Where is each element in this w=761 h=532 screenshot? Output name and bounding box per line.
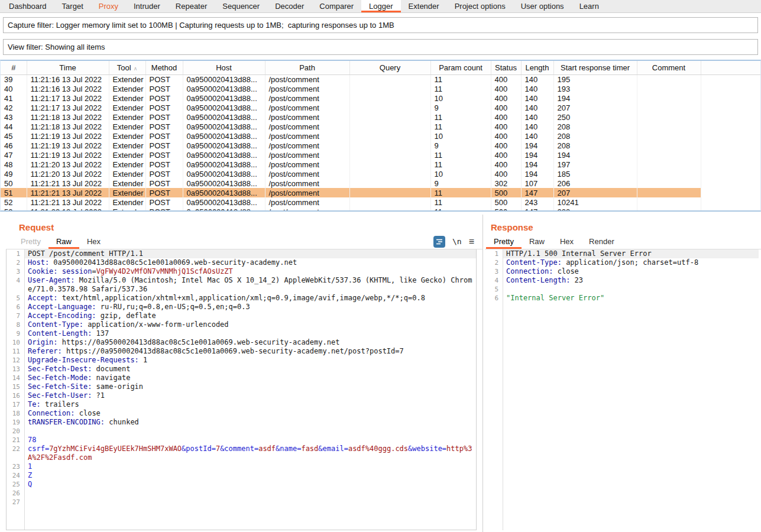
cell-length: 140	[521, 84, 553, 93]
line-number: 11	[7, 347, 24, 356]
cell-param_count: 11	[430, 188, 491, 197]
column-header-query[interactable]: Query	[349, 61, 430, 74]
cell-status: 400	[491, 131, 521, 141]
column-header-method[interactable]: Method	[145, 61, 183, 74]
cell-host: 0a9500020413d88...	[183, 103, 265, 112]
newline-visibility-toggle-icon[interactable]: \n	[452, 237, 462, 246]
cell-start_response_timer: 197	[553, 160, 637, 169]
column-header-host[interactable]: Host	[183, 61, 265, 74]
cell-query	[349, 197, 430, 207]
table-row-47[interactable]: 4711:21:19 13 Jul 2022ExtenderPOST0a9500…	[1, 150, 760, 160]
cell-tool: Extender	[109, 84, 145, 93]
tab-sequencer[interactable]: Sequencer	[215, 0, 267, 12]
tab-target[interactable]: Target	[54, 0, 91, 12]
table-row-39[interactable]: 3911:21:16 13 Jul 2022ExtenderPOST0a9500…	[1, 74, 760, 84]
tab-logger[interactable]: Logger	[361, 0, 400, 12]
cell-host: 0a9500020413d88...	[183, 131, 265, 141]
column-header--[interactable]: #	[1, 61, 27, 74]
capture-filter-text: Capture filter: Logger memory limit set …	[8, 21, 394, 30]
cell-param_count: 11	[430, 197, 491, 207]
response-editor[interactable]: 1HTTP/1.1 500 Internal Server Error2Cont…	[485, 249, 759, 530]
column-header-filler	[701, 61, 760, 74]
cell-time: 11:21:17 13 Jul 2022	[27, 93, 109, 103]
table-row-50[interactable]: 5011:21:21 13 Jul 2022ExtenderPOST0a9500…	[1, 179, 760, 188]
tab-raw[interactable]: Raw	[522, 234, 552, 249]
cell-id: 48	[1, 160, 27, 169]
column-header-tool[interactable]: Tool∧	[109, 61, 145, 74]
cell-host: 0a9500020413d88...	[183, 74, 265, 84]
table-row-41[interactable]: 4111:21:17 13 Jul 2022ExtenderPOST0a9500…	[1, 93, 760, 103]
tab-learn[interactable]: Learn	[572, 0, 607, 12]
tab-intruder[interactable]: Intruder	[126, 0, 168, 12]
table-row-40[interactable]: 4011:21:16 13 Jul 2022ExtenderPOST0a9500…	[1, 84, 760, 93]
editor-line: 14Sec-Fetch-Mode: navigate	[7, 374, 476, 382]
cell-time: 11:21:21 13 Jul 2022	[27, 188, 109, 197]
line-content: Content-Length: 137	[24, 329, 476, 338]
tab-raw[interactable]: Raw	[48, 234, 79, 249]
tab-repeater[interactable]: Repeater	[168, 0, 215, 12]
tab-extender[interactable]: Extender	[401, 0, 447, 12]
capture-filter-bar[interactable]: Capture filter: Logger memory limit set …	[3, 17, 758, 33]
cell-query	[349, 150, 430, 160]
tab-hex[interactable]: Hex	[79, 234, 108, 249]
table-row-43[interactable]: 4311:21:18 13 Jul 2022ExtenderPOST0a9500…	[1, 112, 760, 122]
line-content: Content-Type: application/x-www-form-url…	[24, 320, 476, 329]
table-row-46[interactable]: 4611:21:19 13 Jul 2022ExtenderPOST0a9500…	[1, 141, 760, 150]
cell-query	[349, 141, 430, 150]
cell-host: 0a9500020413d88...	[183, 160, 265, 169]
table-row-45[interactable]: 4511:21:19 13 Jul 2022ExtenderPOST0a9500…	[1, 131, 760, 141]
tab-user-options[interactable]: User options	[513, 0, 572, 12]
line-number: 5	[485, 285, 503, 294]
editor-menu-icon[interactable]: ≡	[469, 237, 474, 246]
table-row-42[interactable]: 4211:21:17 13 Jul 2022ExtenderPOST0a9500…	[1, 103, 760, 112]
tab-proxy[interactable]: Proxy	[91, 0, 126, 12]
view-filter-bar[interactable]: View filter: Showing all items	[3, 39, 758, 55]
table-row-48[interactable]: 4811:21:20 13 Jul 2022ExtenderPOST0a9500…	[1, 160, 760, 169]
column-header-start-response-timer[interactable]: Start response timer	[553, 61, 637, 74]
editor-line: 9Content-Length: 137	[7, 329, 476, 338]
cell-id: 43	[1, 112, 27, 122]
cell-tool: Extender	[109, 188, 145, 197]
line-number: 2	[485, 258, 503, 267]
cell-tool: Extender	[109, 150, 145, 160]
pretty-print-toggle-icon[interactable]	[433, 236, 445, 248]
line-content: Z	[24, 471, 476, 480]
line-number: 9	[7, 329, 24, 338]
cell-param_count: 9	[430, 179, 491, 188]
line-number: 14	[7, 374, 24, 382]
cell-id: 41	[1, 93, 27, 103]
request-editor[interactable]: 1POST /post/comment HTTP/1.12Host: 0a950…	[6, 249, 477, 530]
line-number: 6	[485, 294, 503, 303]
cell-tool: Extender	[109, 169, 145, 179]
line-number: 27	[7, 498, 24, 507]
column-header-comment[interactable]: Comment	[637, 61, 701, 74]
column-header-param-count[interactable]: Param count	[430, 61, 491, 74]
tab-comparer[interactable]: Comparer	[312, 0, 361, 12]
table-row-52[interactable]: 5211:21:21 13 Jul 2022ExtenderPOST0a9500…	[1, 197, 760, 207]
tab-pretty[interactable]: Pretty	[13, 234, 48, 249]
tab-pretty[interactable]: Pretty	[486, 234, 522, 249]
column-header-length[interactable]: Length	[521, 61, 553, 74]
tab-dashboard[interactable]: Dashboard	[1, 0, 54, 12]
tab-decoder[interactable]: Decoder	[267, 0, 312, 12]
cell-tool: Extender	[109, 122, 145, 131]
column-header-status[interactable]: Status	[491, 61, 521, 74]
cell-host: 0a9500020413d88...	[183, 84, 265, 93]
cell-id: 42	[1, 103, 27, 112]
tab-render[interactable]: Render	[581, 234, 622, 249]
cell-path: /post/comment	[265, 188, 349, 197]
table-row-53[interactable]: 5311:21:22 13 Jul 2022ExtenderPOST0a9500…	[1, 207, 760, 212]
editor-line: 2Content-Type: application/json; charset…	[485, 258, 759, 267]
cell-length: 243	[521, 197, 553, 207]
tab-hex[interactable]: Hex	[552, 234, 581, 249]
column-header-time[interactable]: Time	[27, 61, 109, 74]
column-header-path[interactable]: Path	[265, 61, 349, 74]
cell-host: 0a9500020413d88...	[183, 169, 265, 179]
cell-comment	[637, 74, 701, 84]
table-row-49[interactable]: 4911:21:20 13 Jul 2022ExtenderPOST0a9500…	[1, 169, 760, 179]
tab-project-options[interactable]: Project options	[447, 0, 513, 12]
table-row-51[interactable]: 5111:21:21 13 Jul 2022ExtenderPOST0a9500…	[1, 188, 760, 197]
table-row-44[interactable]: 4411:21:18 13 Jul 2022ExtenderPOST0a9500…	[1, 122, 760, 131]
cell-filler	[701, 84, 760, 93]
editor-line: 20	[7, 427, 476, 436]
